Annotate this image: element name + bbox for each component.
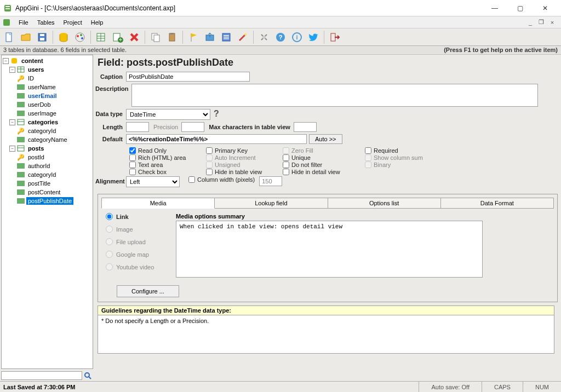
default-input[interactable] — [126, 134, 307, 144]
check-colwidth[interactable]: Column width (pixels) — [188, 176, 255, 183]
tab-options[interactable]: Options list — [328, 198, 441, 209]
field-icon — [17, 101, 25, 108]
check-textarea[interactable]: Text area — [129, 162, 206, 168]
collapse-icon[interactable]: − — [3, 58, 9, 64]
menu-file[interactable]: File — [14, 18, 33, 27]
tools-icon[interactable] — [257, 30, 271, 44]
help-hint: (Press F1 to get help on the active item… — [444, 47, 558, 54]
check-hidedetail[interactable]: Hide in detail view — [283, 169, 365, 175]
tree-field[interactable]: categoryId — [2, 170, 93, 179]
field-icon — [17, 188, 25, 196]
tree-table-categories[interactable]: − categories — [2, 118, 93, 126]
tree-field-selected[interactable]: postPublishDate — [2, 197, 93, 205]
tab-media[interactable]: Media — [101, 198, 215, 209]
help-icon[interactable]: ? — [214, 109, 219, 119]
check-pk[interactable]: Primary Key — [206, 147, 283, 154]
svg-text:i: i — [296, 34, 297, 41]
configure-button[interactable]: Configure ... — [117, 285, 179, 297]
wand-icon[interactable] — [236, 30, 250, 44]
svg-rect-22 — [169, 33, 175, 41]
tree-table-posts[interactable]: − posts — [2, 144, 93, 153]
menu-project[interactable]: Project — [59, 18, 87, 27]
svg-rect-23 — [170, 33, 174, 34]
tree-field[interactable]: 🔑categoryId — [2, 126, 93, 135]
svg-rect-27 — [224, 37, 229, 38]
field-icon — [17, 92, 25, 100]
svg-rect-6 — [40, 38, 44, 41]
check-readonly[interactable]: Read Only — [129, 147, 206, 154]
tree-field[interactable]: userName — [2, 83, 93, 91]
check-autoinc: Auto Increment — [206, 154, 283, 161]
length-input[interactable] — [126, 122, 149, 132]
close-button[interactable]: ✕ — [533, 0, 558, 16]
field-icon — [17, 83, 25, 91]
help-icon[interactable]: ? — [273, 30, 288, 44]
datatype-select[interactable]: DateTime — [126, 109, 210, 120]
paste-icon[interactable] — [165, 30, 179, 44]
menu-help[interactable]: Help — [87, 18, 108, 27]
new-file-icon[interactable] — [2, 30, 16, 44]
check-unique[interactable]: Unique — [283, 154, 365, 161]
flag-icon[interactable] — [186, 30, 201, 44]
tree-field[interactable]: postTitle — [2, 179, 93, 188]
maximize-button[interactable]: ▢ — [507, 0, 533, 16]
open-file-icon[interactable] — [19, 30, 33, 44]
auto-button[interactable]: Auto >> — [309, 134, 342, 144]
tree-field[interactable]: postContent — [2, 188, 93, 197]
description-input[interactable] — [131, 84, 538, 107]
add-field-icon[interactable]: + — [111, 30, 125, 44]
tree-table-users[interactable]: − users — [2, 65, 93, 74]
collapse-icon[interactable]: − — [9, 146, 15, 152]
tree-search-input[interactable] — [1, 371, 82, 380]
tree[interactable]: − content − users 🔑ID userName userEmail… — [1, 55, 93, 369]
mdi-close[interactable]: × — [548, 19, 557, 26]
exit-icon[interactable] — [328, 30, 342, 44]
tree-root[interactable]: − content — [2, 56, 93, 65]
tree-field[interactable]: 🔑postId — [2, 153, 93, 162]
svg-rect-2 — [5, 8, 10, 9]
palette-icon[interactable] — [73, 30, 87, 44]
tree-field[interactable]: 🔑ID — [2, 74, 93, 83]
export-icon[interactable] — [203, 30, 217, 44]
colwidth-input[interactable] — [259, 176, 282, 186]
minimize-button[interactable]: — — [482, 0, 507, 16]
table-icon — [17, 118, 25, 126]
svg-point-54 — [85, 373, 89, 377]
caps-status: CAPS — [482, 382, 523, 392]
maxchars-input[interactable] — [294, 122, 317, 132]
mdi-minimize[interactable]: _ — [526, 19, 535, 26]
new-table-icon[interactable] — [94, 30, 108, 44]
tree-field[interactable]: userImage — [2, 109, 93, 118]
tab-format[interactable]: Data Format — [441, 198, 554, 209]
info-icon[interactable]: i — [290, 30, 304, 44]
alignment-select[interactable]: Left — [126, 176, 180, 187]
generate-icon[interactable] — [219, 30, 233, 44]
twitter-icon[interactable] — [306, 30, 320, 44]
mdi-restore[interactable]: ❐ — [537, 19, 546, 26]
database-icon[interactable] — [56, 30, 71, 44]
menu-tables[interactable]: Tables — [33, 18, 59, 27]
collapse-icon[interactable]: − — [9, 67, 15, 73]
tree-field-lookup[interactable]: userEmail — [2, 91, 93, 100]
check-checkbox[interactable]: Check box — [129, 169, 206, 175]
caption-input[interactable] — [126, 72, 250, 82]
radio-link[interactable]: Link — [106, 213, 167, 220]
check-rich[interactable]: Rich (HTML) area — [129, 154, 206, 161]
tab-lookup[interactable]: Lookup field — [215, 198, 328, 209]
check-nofilter[interactable]: Do not filter — [283, 162, 365, 168]
checkbox-grid: Read Only Primary Key Zero Fill Required… — [129, 147, 558, 175]
check-hidetable[interactable]: Hide in table view — [206, 169, 283, 175]
copy-icon[interactable] — [148, 30, 163, 44]
key-icon: 🔑 — [17, 127, 25, 135]
tree-field[interactable]: categoryName — [2, 135, 93, 144]
tree-field[interactable]: userDob — [2, 100, 93, 109]
save-file-icon[interactable] — [35, 30, 49, 44]
search-icon[interactable] — [82, 371, 93, 380]
length-label: Length — [95, 122, 126, 130]
precision-input[interactable] — [181, 122, 204, 132]
delete-icon[interactable] — [127, 30, 141, 44]
collapse-icon[interactable]: − — [9, 119, 15, 125]
tree-field[interactable]: authorId — [2, 162, 93, 170]
check-required[interactable]: Required — [365, 147, 436, 154]
alignment-label: Alignment — [95, 176, 126, 185]
